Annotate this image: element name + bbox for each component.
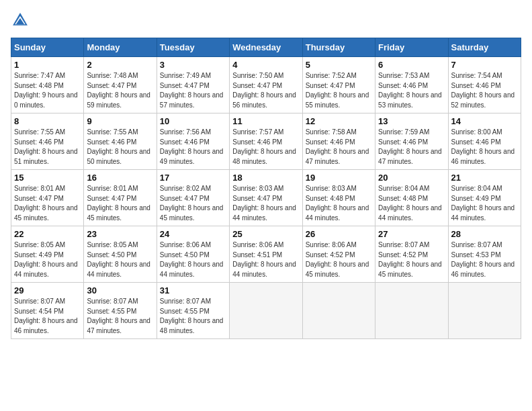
day-number: 13: [378, 116, 445, 126]
day-number: 16: [87, 173, 153, 183]
weekday-header: Monday: [84, 38, 157, 57]
weekday-header: Thursday: [302, 38, 375, 57]
day-number: 15: [14, 173, 81, 183]
calendar-day-cell: 26 Sunrise: 8:06 AMSunset: 4:52 PMDaylig…: [302, 226, 375, 283]
day-info: Sunrise: 8:02 AMSunset: 4:47 PMDaylight:…: [160, 185, 224, 222]
day-number: 7: [451, 60, 518, 70]
day-info: Sunrise: 7:48 AMSunset: 4:47 PMDaylight:…: [87, 72, 150, 109]
calendar-day-cell: 20 Sunrise: 8:04 AMSunset: 4:48 PMDaylig…: [375, 170, 448, 226]
day-info: Sunrise: 8:01 AMSunset: 4:47 PMDaylight:…: [87, 185, 150, 222]
day-number: 31: [160, 285, 226, 295]
day-number: 27: [378, 229, 445, 239]
day-info: Sunrise: 7:50 AMSunset: 4:47 PMDaylight:…: [232, 72, 296, 109]
day-info: Sunrise: 7:55 AMSunset: 4:46 PMDaylight:…: [87, 128, 150, 165]
day-info: Sunrise: 8:06 AMSunset: 4:52 PMDaylight:…: [306, 241, 369, 278]
day-info: Sunrise: 8:05 AMSunset: 4:49 PMDaylight:…: [14, 241, 78, 278]
day-number: 18: [232, 173, 299, 183]
calendar-day-cell: 2 Sunrise: 7:48 AMSunset: 4:47 PMDayligh…: [84, 57, 157, 113]
day-number: 2: [87, 60, 153, 70]
day-number: 5: [306, 60, 372, 70]
calendar-day-cell: 12 Sunrise: 7:58 AMSunset: 4:46 PMDaylig…: [302, 113, 375, 170]
calendar-day-cell: 27 Sunrise: 8:07 AMSunset: 4:52 PMDaylig…: [375, 226, 448, 283]
day-info: Sunrise: 7:57 AMSunset: 4:46 PMDaylight:…: [232, 128, 296, 165]
calendar-day-cell: 17 Sunrise: 8:02 AMSunset: 4:47 PMDaylig…: [157, 170, 229, 226]
day-number: 21: [451, 173, 518, 183]
day-info: Sunrise: 7:52 AMSunset: 4:47 PMDaylight:…: [306, 72, 369, 109]
day-info: Sunrise: 7:47 AMSunset: 4:48 PMDaylight:…: [14, 72, 78, 109]
day-info: Sunrise: 8:01 AMSunset: 4:47 PMDaylight:…: [14, 185, 78, 222]
day-info: Sunrise: 7:58 AMSunset: 4:46 PMDaylight:…: [306, 128, 369, 165]
weekday-header: Friday: [375, 38, 448, 57]
calendar-day-cell: [302, 283, 375, 339]
day-number: 30: [87, 285, 153, 295]
calendar-day-cell: 19 Sunrise: 8:03 AMSunset: 4:48 PMDaylig…: [302, 170, 375, 226]
day-info: Sunrise: 7:56 AMSunset: 4:46 PMDaylight:…: [160, 128, 224, 165]
calendar-day-cell: 7 Sunrise: 7:54 AMSunset: 4:46 PMDayligh…: [448, 57, 521, 113]
day-info: Sunrise: 8:07 AMSunset: 4:55 PMDaylight:…: [160, 298, 224, 334]
calendar-week-row: 22 Sunrise: 8:05 AMSunset: 4:49 PMDaylig…: [11, 226, 521, 283]
calendar-day-cell: 14 Sunrise: 8:00 AMSunset: 4:46 PMDaylig…: [448, 113, 521, 170]
day-number: 11: [232, 116, 299, 126]
day-number: 4: [232, 60, 299, 70]
day-number: 17: [160, 173, 226, 183]
day-number: 3: [160, 60, 226, 70]
calendar-day-cell: 4 Sunrise: 7:50 AMSunset: 4:47 PMDayligh…: [230, 57, 302, 113]
page-header: [11, 11, 521, 30]
calendar-day-cell: 11 Sunrise: 7:57 AMSunset: 4:46 PMDaylig…: [230, 113, 302, 170]
calendar-day-cell: 30 Sunrise: 8:07 AMSunset: 4:55 PMDaylig…: [84, 283, 157, 339]
day-number: 23: [87, 229, 153, 239]
calendar-day-cell: [230, 283, 302, 339]
weekday-header: Wednesday: [230, 38, 302, 57]
day-number: 20: [378, 173, 445, 183]
day-number: 19: [306, 173, 372, 183]
day-number: 22: [14, 229, 81, 239]
calendar-day-cell: 13 Sunrise: 7:59 AMSunset: 4:46 PMDaylig…: [375, 113, 448, 170]
day-number: 8: [14, 116, 81, 126]
day-info: Sunrise: 8:06 AMSunset: 4:50 PMDaylight:…: [160, 241, 224, 278]
day-info: Sunrise: 8:05 AMSunset: 4:50 PMDaylight:…: [87, 241, 150, 278]
logo: [11, 11, 31, 30]
day-number: 10: [160, 116, 226, 126]
calendar-table: SundayMondayTuesdayWednesdayThursdayFrid…: [11, 38, 521, 339]
calendar-day-cell: 31 Sunrise: 8:07 AMSunset: 4:55 PMDaylig…: [157, 283, 229, 339]
day-number: 26: [306, 229, 372, 239]
weekday-header: Tuesday: [157, 38, 229, 57]
calendar-day-cell: 8 Sunrise: 7:55 AMSunset: 4:46 PMDayligh…: [11, 113, 84, 170]
calendar-day-cell: 25 Sunrise: 8:06 AMSunset: 4:51 PMDaylig…: [230, 226, 302, 283]
calendar-day-cell: 16 Sunrise: 8:01 AMSunset: 4:47 PMDaylig…: [84, 170, 157, 226]
day-info: Sunrise: 7:59 AMSunset: 4:46 PMDaylight:…: [378, 128, 442, 165]
calendar-header-row: SundayMondayTuesdayWednesdayThursdayFrid…: [11, 38, 521, 57]
day-number: 24: [160, 229, 226, 239]
day-info: Sunrise: 8:04 AMSunset: 4:49 PMDaylight:…: [451, 185, 515, 222]
day-number: 9: [87, 116, 153, 126]
day-info: Sunrise: 7:54 AMSunset: 4:46 PMDaylight:…: [451, 72, 515, 109]
calendar-week-row: 1 Sunrise: 7:47 AMSunset: 4:48 PMDayligh…: [11, 57, 521, 113]
calendar-day-cell: 6 Sunrise: 7:53 AMSunset: 4:46 PMDayligh…: [375, 57, 448, 113]
calendar-day-cell: 28 Sunrise: 8:07 AMSunset: 4:53 PMDaylig…: [448, 226, 521, 283]
calendar-day-cell: 10 Sunrise: 7:56 AMSunset: 4:46 PMDaylig…: [157, 113, 229, 170]
calendar-day-cell: [375, 283, 448, 339]
calendar-day-cell: 5 Sunrise: 7:52 AMSunset: 4:47 PMDayligh…: [302, 57, 375, 113]
day-info: Sunrise: 8:04 AMSunset: 4:48 PMDaylight:…: [378, 185, 442, 222]
day-info: Sunrise: 8:00 AMSunset: 4:46 PMDaylight:…: [451, 128, 515, 165]
day-info: Sunrise: 8:06 AMSunset: 4:51 PMDaylight:…: [232, 241, 296, 278]
day-info: Sunrise: 7:55 AMSunset: 4:46 PMDaylight:…: [14, 128, 78, 165]
calendar-week-row: 8 Sunrise: 7:55 AMSunset: 4:46 PMDayligh…: [11, 113, 521, 170]
day-info: Sunrise: 8:07 AMSunset: 4:54 PMDaylight:…: [14, 298, 78, 334]
day-number: 12: [306, 116, 372, 126]
logo-icon: [11, 11, 30, 30]
calendar-day-cell: 22 Sunrise: 8:05 AMSunset: 4:49 PMDaylig…: [11, 226, 84, 283]
day-info: Sunrise: 8:03 AMSunset: 4:47 PMDaylight:…: [232, 185, 296, 222]
calendar-day-cell: 18 Sunrise: 8:03 AMSunset: 4:47 PMDaylig…: [230, 170, 302, 226]
day-info: Sunrise: 7:49 AMSunset: 4:47 PMDaylight:…: [160, 72, 224, 109]
calendar-week-row: 29 Sunrise: 8:07 AMSunset: 4:54 PMDaylig…: [11, 283, 521, 339]
day-info: Sunrise: 7:53 AMSunset: 4:46 PMDaylight:…: [378, 72, 442, 109]
calendar-body: 1 Sunrise: 7:47 AMSunset: 4:48 PMDayligh…: [11, 57, 521, 339]
day-number: 14: [451, 116, 518, 126]
calendar-day-cell: 1 Sunrise: 7:47 AMSunset: 4:48 PMDayligh…: [11, 57, 84, 113]
calendar-day-cell: 3 Sunrise: 7:49 AMSunset: 4:47 PMDayligh…: [157, 57, 229, 113]
calendar-day-cell: 15 Sunrise: 8:01 AMSunset: 4:47 PMDaylig…: [11, 170, 84, 226]
calendar-week-row: 15 Sunrise: 8:01 AMSunset: 4:47 PMDaylig…: [11, 170, 521, 226]
day-info: Sunrise: 8:07 AMSunset: 4:52 PMDaylight:…: [378, 241, 442, 278]
calendar-day-cell: 23 Sunrise: 8:05 AMSunset: 4:50 PMDaylig…: [84, 226, 157, 283]
